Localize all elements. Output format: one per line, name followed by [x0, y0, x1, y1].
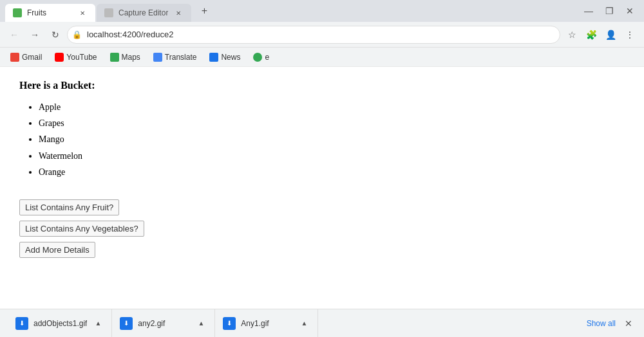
- close-button[interactable]: ✕: [621, 2, 639, 20]
- tab-capture[interactable]: Capture Editor ✕: [97, 4, 191, 22]
- e-favicon: [253, 53, 262, 62]
- nav-bar: ← → ↻ 🔒 ☆ 🧩 👤 ⋮: [0, 22, 644, 48]
- download-chevron-2[interactable]: ▲: [195, 318, 207, 328]
- gmail-favicon: [10, 53, 19, 62]
- download-item-1: ⬇ addObjects1.gif ▲: [8, 309, 112, 337]
- bookmark-e[interactable]: e: [248, 51, 274, 64]
- downloads-bar: ⬇ addObjects1.gif ▲ ⬇ any2.gif ▲ ⬇ Any1.…: [0, 309, 644, 337]
- fruits-favicon: [13, 8, 22, 17]
- menu-button[interactable]: ⋮: [621, 26, 639, 44]
- tab-capture-close[interactable]: ✕: [173, 8, 184, 18]
- download-item-3: ⬇ Any1.gif ▲: [215, 309, 318, 337]
- bookmarks-bar: Gmail YouTube Maps Translate News e: [0, 48, 644, 67]
- show-all-button[interactable]: Show all: [582, 316, 621, 331]
- maps-label: Maps: [122, 53, 140, 62]
- new-tab-button[interactable]: +: [195, 2, 213, 20]
- tab-fruits[interactable]: Fruits ✕: [5, 4, 95, 22]
- download-chevron-1[interactable]: ▲: [92, 318, 104, 328]
- button-area: List Contains Any Fruit? List Contains A…: [19, 199, 625, 258]
- list-contains-vegetables-button[interactable]: List Contains Any Vegetables?: [19, 221, 144, 237]
- list-item: Watermelon: [39, 148, 625, 164]
- profile-button[interactable]: 👤: [601, 26, 620, 44]
- youtube-favicon: [55, 53, 64, 62]
- download-name-1: addObjects1.gif: [33, 319, 87, 328]
- translate-favicon: [153, 53, 162, 62]
- capture-favicon: [104, 8, 113, 17]
- download-icon-1: ⬇: [15, 317, 28, 330]
- news-label: News: [221, 53, 240, 62]
- list-item: Grapes: [39, 115, 625, 131]
- list-item: Mango: [39, 131, 625, 147]
- nav-actions: ☆ 🧩 👤 ⋮: [563, 26, 639, 44]
- download-item-2: ⬇ any2.gif ▲: [112, 309, 215, 337]
- add-more-details-button[interactable]: Add More Details: [19, 242, 95, 258]
- page-content: Here is a Bucket: Apple Grapes Mango Wat…: [0, 67, 644, 309]
- download-name-3: Any1.gif: [241, 319, 293, 328]
- bookmark-youtube[interactable]: YouTube: [50, 51, 102, 64]
- tab-capture-title: Capture Editor: [118, 8, 168, 17]
- downloads-close-button[interactable]: ✕: [621, 317, 636, 330]
- address-bar[interactable]: [67, 26, 560, 44]
- bookmark-star-button[interactable]: ☆: [563, 26, 581, 44]
- tab-fruits-title: Fruits: [27, 8, 72, 17]
- bookmark-news[interactable]: News: [204, 51, 245, 64]
- maps-favicon: [110, 53, 119, 62]
- news-favicon: [209, 53, 218, 62]
- browser-window: Fruits ✕ Capture Editor ✕ + — ❐ ✕ ← → ↻ …: [0, 0, 644, 337]
- download-chevron-3[interactable]: ▲: [298, 318, 310, 328]
- back-button[interactable]: ←: [5, 26, 23, 44]
- download-icon-2: ⬇: [120, 317, 133, 330]
- gmail-label: Gmail: [22, 53, 42, 62]
- bookmark-maps[interactable]: Maps: [105, 51, 146, 64]
- title-bar: Fruits ✕ Capture Editor ✕ + — ❐ ✕: [0, 0, 644, 22]
- youtube-label: YouTube: [66, 53, 97, 62]
- address-bar-wrap: 🔒: [67, 26, 560, 44]
- translate-label: Translate: [165, 53, 197, 62]
- minimize-button[interactable]: —: [580, 2, 598, 20]
- list-contains-fruit-button[interactable]: List Contains Any Fruit?: [19, 199, 119, 215]
- list-item: Apple: [39, 99, 625, 115]
- bookmark-gmail[interactable]: Gmail: [5, 51, 47, 64]
- tab-group: Fruits ✕ Capture Editor ✕ +: [5, 0, 213, 22]
- tab-fruits-close[interactable]: ✕: [77, 8, 88, 18]
- list-item: Orange: [39, 164, 625, 180]
- page-heading: Here is a Bucket:: [19, 80, 625, 91]
- fruit-list: Apple Grapes Mango Watermelon Orange: [39, 99, 625, 180]
- refresh-button[interactable]: ↻: [46, 26, 64, 44]
- download-icon-3: ⬇: [223, 317, 236, 330]
- download-name-2: any2.gif: [138, 319, 190, 328]
- bookmark-translate[interactable]: Translate: [148, 51, 202, 64]
- maximize-button[interactable]: ❐: [600, 2, 618, 20]
- window-controls: — ❐ ✕: [580, 2, 639, 20]
- e-label: e: [265, 53, 269, 62]
- forward-button[interactable]: →: [26, 26, 44, 44]
- extensions-button[interactable]: 🧩: [582, 26, 600, 44]
